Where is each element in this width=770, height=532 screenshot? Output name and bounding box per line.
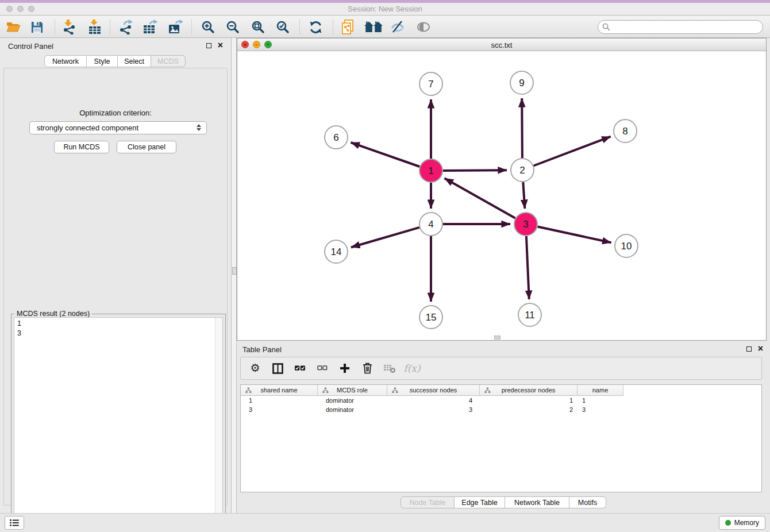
column-label: name xyxy=(592,387,609,394)
table-cell: 2 xyxy=(480,405,578,414)
list-icon xyxy=(9,519,20,527)
node-7[interactable]: 7 xyxy=(419,72,442,95)
float-panel-icon[interactable] xyxy=(206,43,211,48)
zoom-out-icon[interactable] xyxy=(224,19,241,35)
column-settings-icon[interactable]: ⚙ xyxy=(249,362,261,375)
panel-splitter[interactable] xyxy=(231,38,237,513)
tab-style[interactable]: Style xyxy=(87,55,118,67)
save-session-icon[interactable] xyxy=(28,19,45,35)
optimization-criterion-dropdown[interactable]: strongly connected component xyxy=(29,121,207,134)
column-header-predecessor-nodes[interactable]: predecessor nodes xyxy=(480,385,578,396)
hierarchy-icon xyxy=(322,387,329,395)
mcds-result-title: MCDS result (2 nodes) xyxy=(14,310,92,318)
select-all-rows-icon[interactable] xyxy=(294,362,306,375)
delete-table-icon[interactable] xyxy=(383,362,396,375)
table-cell: 4 xyxy=(387,396,480,405)
new-network-from-file-icon[interactable] xyxy=(339,19,356,35)
edge-3-10[interactable] xyxy=(538,227,611,243)
node-11[interactable]: 11 xyxy=(518,303,541,326)
tab-node-table[interactable]: Node Table xyxy=(401,496,455,508)
tab-motifs[interactable]: Motifs xyxy=(569,496,606,508)
export-network-icon[interactable] xyxy=(117,19,134,35)
memory-button[interactable]: Memory xyxy=(719,516,765,530)
import-table-icon[interactable] xyxy=(86,19,103,35)
column-label: shared name xyxy=(260,387,297,394)
svg-text:7: 7 xyxy=(428,79,433,90)
edge-2-3[interactable] xyxy=(523,182,525,209)
table-close-panel-icon[interactable]: × xyxy=(758,344,763,354)
tab-mcds[interactable]: MCDS xyxy=(151,55,186,67)
tab-network-table[interactable]: Network Table xyxy=(505,496,569,508)
close-panel-icon[interactable]: × xyxy=(218,40,223,51)
node-6[interactable]: 6 xyxy=(325,126,348,149)
column-header-successor-nodes[interactable]: successor nodes xyxy=(387,385,480,396)
first-neighbors-icon[interactable] xyxy=(363,19,384,35)
table-row[interactable]: 3dominator323 xyxy=(241,405,761,414)
network-canvas[interactable]: 1234678910111415 xyxy=(237,51,766,340)
toolbar-separator xyxy=(110,20,110,34)
network-scrollbar-thumb[interactable] xyxy=(494,336,500,340)
close-panel-button[interactable]: Close panel xyxy=(117,141,176,153)
tab-network[interactable]: Network xyxy=(44,55,87,67)
edge-4-14[interactable] xyxy=(351,228,419,248)
dropdown-selected-value: strongly connected component xyxy=(37,124,138,132)
table-row[interactable]: 1dominator411 xyxy=(241,396,761,405)
edge-2-8[interactable] xyxy=(534,137,611,166)
mcds-result-scrollbar[interactable] xyxy=(215,318,222,527)
table-cell: 3 xyxy=(387,405,480,414)
edge-1-2[interactable] xyxy=(443,170,507,171)
search-icon xyxy=(602,23,610,33)
edge-3-1[interactable] xyxy=(445,178,515,218)
zoom-selected-icon[interactable] xyxy=(274,19,291,35)
search-input[interactable] xyxy=(598,20,763,34)
show-graphics-details-icon[interactable] xyxy=(415,19,432,35)
column-header-name[interactable]: name xyxy=(578,385,623,396)
column-header-shared-name[interactable]: shared name xyxy=(241,385,318,396)
mcds-result-group: MCDS result (2 nodes) 1 3 xyxy=(11,314,226,531)
tab-select[interactable]: Select xyxy=(118,55,151,67)
network-view-window: × − + scc.txt 1234678910111415 xyxy=(237,38,767,341)
edge-2-9[interactable] xyxy=(522,98,522,158)
svg-text:9: 9 xyxy=(519,78,524,88)
toolbar-separator xyxy=(333,20,333,34)
apply-layout-icon[interactable] xyxy=(307,19,324,35)
node-10[interactable]: 10 xyxy=(615,234,638,257)
edge-1-6[interactable] xyxy=(351,142,420,167)
table-toolbar: ⚙ f(x) xyxy=(240,357,762,380)
table-float-panel-icon[interactable] xyxy=(746,346,752,352)
task-history-button[interactable] xyxy=(5,516,24,530)
delete-column-icon[interactable] xyxy=(361,362,374,375)
table-panel: Table Panel × ⚙ f(x) shared name xyxy=(237,342,770,513)
add-column-icon[interactable] xyxy=(338,362,351,375)
node-2[interactable]: 2 xyxy=(511,159,534,182)
zoom-fit-icon[interactable] xyxy=(249,19,267,35)
run-mcds-button[interactable]: Run MCDS xyxy=(54,141,109,153)
zoom-in-icon[interactable] xyxy=(199,19,217,35)
edge-3-11[interactable] xyxy=(526,236,529,299)
node-8[interactable]: 8 xyxy=(614,119,637,142)
node-15[interactable]: 15 xyxy=(419,306,442,329)
tab-edge-table[interactable]: Edge Table xyxy=(455,496,505,508)
show-columns-icon[interactable] xyxy=(271,362,284,375)
svg-text:10: 10 xyxy=(621,241,632,252)
node-9[interactable]: 9 xyxy=(510,71,533,94)
export-image-icon[interactable] xyxy=(167,19,184,35)
memory-status-icon xyxy=(725,520,731,526)
node-14[interactable]: 14 xyxy=(325,240,348,263)
svg-text:15: 15 xyxy=(426,312,437,323)
mcds-result-text: 1 3 xyxy=(17,319,212,526)
splitter-grip[interactable] xyxy=(232,267,237,275)
node-4[interactable]: 4 xyxy=(419,213,442,236)
import-network-icon[interactable] xyxy=(60,19,78,35)
node-table-header: shared name MCDS role successor nodes pr… xyxy=(241,385,761,396)
hide-graphics-details-icon[interactable] xyxy=(389,19,406,35)
deselect-all-rows-icon[interactable] xyxy=(316,362,329,375)
function-builder-icon[interactable]: f(x) xyxy=(406,362,418,375)
export-table-icon[interactable] xyxy=(141,19,159,35)
node-3[interactable]: 3 xyxy=(514,213,537,236)
open-file-icon[interactable] xyxy=(5,19,22,35)
column-header-mcds-role[interactable]: MCDS role xyxy=(318,385,387,396)
network-window-titlebar: × − + scc.txt xyxy=(237,38,766,51)
svg-text:3: 3 xyxy=(523,219,528,230)
node-1[interactable]: 1 xyxy=(419,159,442,182)
